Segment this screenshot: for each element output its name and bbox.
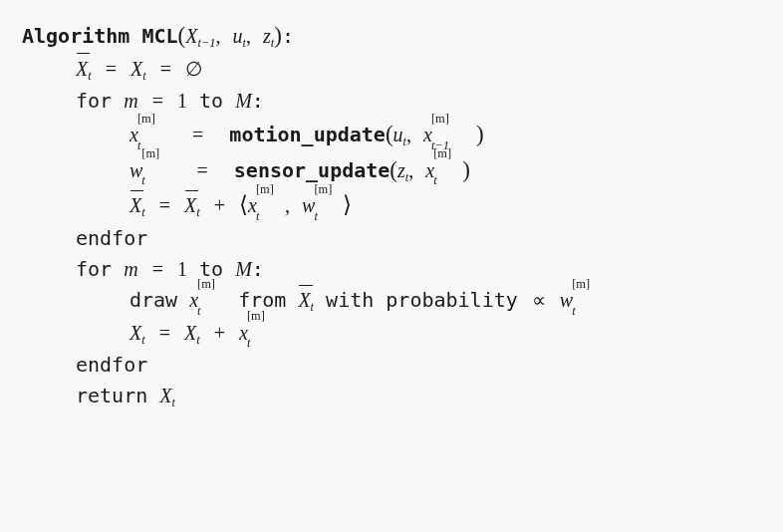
x-sub: t — [247, 334, 250, 353]
kw-to: to — [199, 89, 223, 113]
u: u — [393, 124, 403, 145]
lparen: ( — [386, 122, 393, 146]
X2: X — [184, 322, 196, 344]
emptyset: ∅ — [185, 58, 202, 80]
w: w — [560, 289, 573, 311]
endfor-2: endfor — [22, 350, 761, 381]
kw-return: return — [76, 384, 147, 407]
lparen: ( — [390, 157, 397, 182]
eq2: = — [158, 58, 173, 80]
w-sup: [m] — [141, 144, 159, 163]
X: X — [130, 58, 142, 80]
var-M: M — [235, 258, 252, 280]
w-sub: t — [572, 302, 575, 321]
for-loop-1: for m = 1 to M: — [22, 86, 761, 117]
colon: : — [252, 89, 264, 113]
kw-for: for — [76, 257, 112, 281]
Xbar-sub: t — [88, 69, 91, 83]
comma: , — [406, 124, 411, 145]
one: 1 — [177, 90, 187, 112]
Xbar2: X — [184, 190, 196, 221]
Xbar: X — [130, 190, 141, 221]
rparen: ) — [274, 23, 282, 48]
Xbar: X — [76, 54, 88, 85]
x-sup: [m] — [433, 144, 451, 163]
var-M: M — [235, 90, 252, 112]
x-sup: [m] — [256, 180, 274, 199]
kw-endfor: endfor — [76, 353, 147, 377]
endfor-1: endfor — [22, 223, 761, 254]
kw-algorithm: Algorithm — [22, 24, 130, 48]
line-return: return Xt — [22, 381, 761, 413]
x-sup: [m] — [137, 110, 155, 129]
fn-motion-update: motion_update — [229, 123, 386, 146]
algo-name: MCL — [141, 24, 177, 48]
comma: , — [246, 25, 251, 47]
X2-sub: t — [196, 333, 199, 347]
propto: ∝ — [530, 289, 548, 311]
kw-endfor: endfor — [76, 226, 147, 250]
w-sup: [m] — [314, 180, 332, 199]
fn-sensor-update: sensor_update — [234, 158, 391, 182]
Xbar-sub: t — [141, 206, 144, 220]
w: w — [130, 159, 142, 181]
rangle: ⟩ — [343, 192, 352, 217]
comma: , — [408, 159, 413, 181]
Xbar2-sub: t — [196, 206, 199, 220]
line-init: Xt = Xt = ∅ — [22, 54, 761, 87]
w: w — [302, 194, 315, 216]
X-sub: t — [172, 397, 175, 410]
eq: = — [194, 159, 209, 181]
kw-draw: draw — [130, 288, 177, 312]
plus: + — [212, 322, 227, 344]
x2-sup: [m] — [431, 110, 449, 129]
z: z — [397, 159, 405, 181]
kw-for: for — [76, 89, 112, 113]
line-accumulate-2: Xt = Xt + x[m]t — [22, 318, 761, 351]
param-u: u — [232, 25, 242, 47]
x-sub: t — [197, 302, 200, 321]
w-sub: t — [314, 207, 317, 226]
comma: , — [285, 194, 290, 216]
param-X: X — [185, 25, 197, 47]
comma: , — [215, 25, 220, 47]
algo-header: Algorithm MCL(Xt−1, ut, zt): — [22, 18, 761, 54]
w-sub: t — [141, 171, 144, 190]
x-sub: t — [256, 207, 259, 226]
line-accumulate: Xt = Xt + ⟨x[m]t, w[m]t⟩ — [22, 187, 761, 223]
kw-with-probability: with probability — [326, 288, 518, 312]
eq: = — [190, 124, 205, 145]
x-sub: t — [137, 136, 140, 155]
param-z: z — [263, 25, 271, 47]
line-motion-update: x[m]t = motion_update(ut, x[m]t−1) — [22, 117, 761, 152]
X: X — [130, 322, 141, 344]
algorithm-block: Algorithm MCL(Xt−1, ut, zt): Xt = Xt = ∅… — [22, 18, 761, 413]
var-m: m — [124, 90, 137, 112]
w-sup: [m] — [572, 275, 590, 294]
Xbar-sub: t — [311, 300, 314, 314]
X-sub: t — [141, 333, 144, 347]
eq: = — [150, 258, 165, 280]
x-sup: [m] — [197, 275, 215, 294]
plus: + — [212, 194, 227, 216]
eq: = — [157, 194, 172, 216]
eq: = — [104, 58, 119, 80]
X-sub: t — [142, 69, 145, 83]
var-m: m — [124, 258, 137, 280]
colon: : — [252, 257, 264, 281]
langle: ⟨ — [239, 192, 248, 217]
param-X-sub: t−1 — [197, 36, 215, 50]
x-sub: t — [433, 171, 436, 190]
rparen: ) — [462, 157, 470, 182]
line-sensor-update: w[m]t = sensor_update(zt, x[m]t) — [22, 152, 761, 188]
line-draw: draw x[m]t from Xt with probability ∝ w[… — [22, 285, 761, 318]
x-sup: [m] — [247, 307, 265, 326]
X: X — [159, 385, 171, 406]
eq: = — [157, 322, 172, 344]
colon: : — [282, 24, 294, 48]
rparen: ) — [476, 122, 484, 146]
Xbar: X — [298, 285, 310, 316]
for-loop-2: for m = 1 to M: — [22, 254, 761, 285]
one: 1 — [177, 258, 187, 280]
